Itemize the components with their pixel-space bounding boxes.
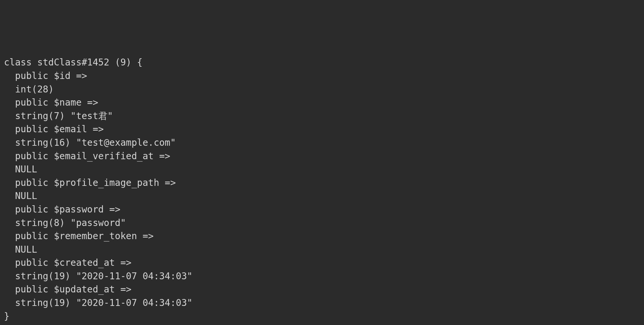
var-dump-output: class stdClass#1452 (9) {public $id =>in… [4, 56, 640, 323]
property-decl: public $updated_at => [4, 283, 640, 296]
property-decl: public $email => [4, 123, 640, 136]
property-decl: public $created_at => [4, 256, 640, 270]
property-value: string(7) "test君" [4, 110, 640, 123]
property-decl: public $name => [4, 96, 640, 110]
property-value: NULL [4, 189, 640, 203]
class-footer: } [4, 310, 640, 323]
property-decl: public $id => [4, 69, 640, 83]
property-decl: public $email_verified_at => [4, 150, 640, 163]
property-decl: public $profile_image_path => [4, 176, 640, 190]
property-decl: public $remember_token => [4, 230, 640, 243]
property-value: string(8) "password" [4, 216, 640, 230]
property-value: string(19) "2020-11-07 04:34:03" [4, 296, 640, 310]
property-decl: public $password => [4, 203, 640, 216]
property-value: NULL [4, 163, 640, 176]
property-value: int(28) [4, 83, 640, 96]
property-value: string(19) "2020-11-07 04:34:03" [4, 270, 640, 283]
class-header: class stdClass#1452 (9) { [4, 56, 640, 69]
property-value: string(16) "test@example.com" [4, 136, 640, 150]
property-value: NULL [4, 243, 640, 257]
